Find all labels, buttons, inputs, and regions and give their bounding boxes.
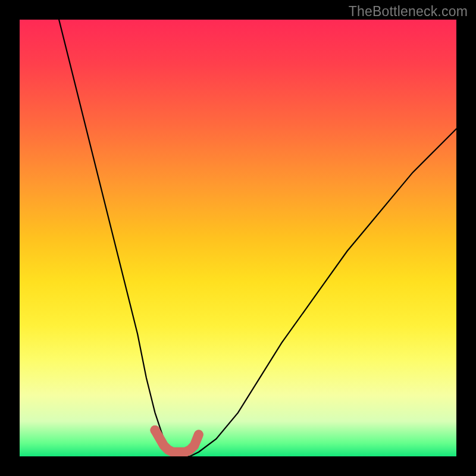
optimal-zone-marker <box>155 430 199 452</box>
watermark-text: TheBottleneck.com <box>349 4 468 20</box>
bottleneck-curve <box>59 20 456 456</box>
plot-area <box>20 20 456 456</box>
chart-frame: TheBottleneck.com <box>0 0 476 476</box>
chart-svg <box>20 20 456 456</box>
optimal-zone-dot <box>151 425 160 435</box>
